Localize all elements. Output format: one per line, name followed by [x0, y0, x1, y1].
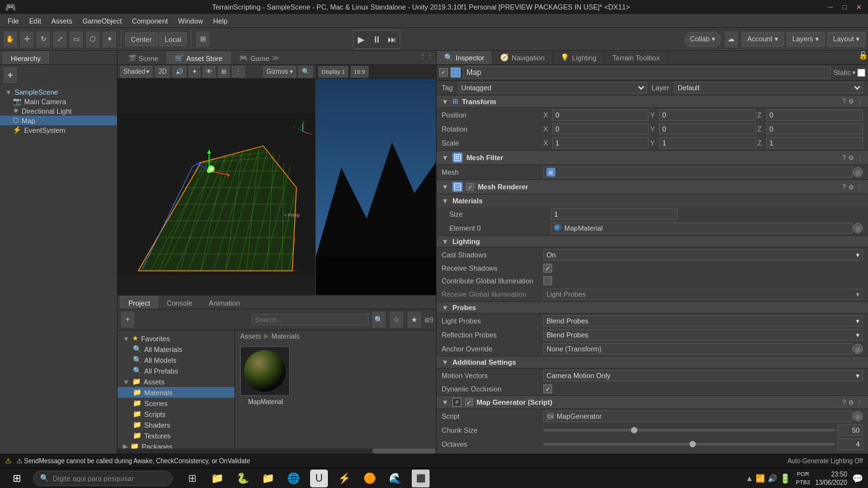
taskbar-icon-browser[interactable]: 🌊 — [386, 470, 404, 487]
size-input[interactable] — [551, 208, 678, 220]
more-scene-btn[interactable]: ⋮ — [232, 66, 245, 78]
asset-item-mapmaterial[interactable]: MapMaterial — [240, 346, 291, 405]
scene-view-btn[interactable]: 👁 — [203, 66, 215, 78]
slider-thumb[interactable] — [631, 427, 637, 433]
settings-icon[interactable]: ⚙ — [848, 98, 854, 105]
scripts-folder[interactable]: 📁 Scripts — [118, 409, 234, 419]
task-view-btn[interactable]: ⊞ — [183, 470, 201, 487]
octaves-track[interactable] — [543, 443, 835, 445]
octaves-thumb[interactable] — [689, 441, 696, 447]
all-prefabs-item[interactable]: 🔍 All Prefabs — [118, 365, 234, 376]
motion-vectors-dropdown[interactable]: Camera Motion Only ▾ — [543, 370, 863, 381]
help-btn[interactable]: ? — [842, 184, 846, 191]
chunk-size-input[interactable] — [837, 424, 863, 436]
tab-navigation[interactable]: 🧭 Navigation — [492, 51, 553, 64]
tray-arrow[interactable]: ▲ — [746, 474, 754, 483]
rot-x-input[interactable] — [552, 123, 649, 135]
material-select-btn[interactable]: ◎ — [853, 223, 863, 233]
transform-section-header[interactable]: ▼ ⊞ Transform ? ⚙ ⋮ — [437, 95, 868, 108]
materials-crumb[interactable]: Materials — [271, 332, 300, 340]
account-btn[interactable]: Account ▾ — [742, 32, 784, 47]
help-btn[interactable]: ? — [842, 98, 846, 105]
menu-component[interactable]: Component — [126, 14, 173, 28]
static-toggle[interactable]: Static ▾ — [833, 69, 865, 77]
scene-viewport[interactable]: Shaded ▾ 2D 🔊 ✦ 👁 ⊞ ⋮ Gizmos ▾ 🔍 — [118, 65, 315, 295]
display-btn[interactable]: Display 1 — [318, 66, 348, 78]
menu-gameobject[interactable]: GameObject — [78, 14, 127, 28]
static-checkbox[interactable] — [857, 69, 865, 77]
settings-btn[interactable]: ⚙ — [848, 154, 854, 161]
hierarchy-item-maincamera[interactable]: 📷 Main Camera — [0, 97, 117, 106]
maximize-btn[interactable]: □ — [840, 3, 849, 11]
step-btn[interactable]: ⏭ — [384, 30, 400, 48]
rect-tool[interactable]: ▭ — [69, 30, 84, 48]
tray-network[interactable]: 📶 — [756, 474, 765, 483]
start-button[interactable]: ⊞ — [5, 470, 28, 487]
tab-animation[interactable]: Animation — [201, 296, 248, 309]
hierarchy-add-btn[interactable]: + — [3, 66, 18, 84]
more-btn[interactable]: ⋮ — [857, 154, 863, 161]
materials-folder[interactable]: 📁 Materials — [118, 387, 234, 398]
scenes-folder[interactable]: 📁 Scenes — [118, 398, 234, 409]
local-toggle[interactable]: Local — [159, 32, 187, 46]
cast-shadows-dropdown[interactable]: On ▾ — [543, 249, 863, 261]
menu-file[interactable]: File — [3, 14, 24, 28]
tab-lighting[interactable]: 💡 Lighting — [553, 51, 605, 64]
layer-select[interactable]: Default — [674, 82, 863, 93]
octaves-input[interactable] — [837, 438, 863, 450]
notifications-btn[interactable]: 💬 — [852, 473, 863, 484]
taskbar-icon-python[interactable]: 🐍 — [234, 470, 252, 487]
mesh-renderer-enabled[interactable] — [466, 183, 474, 191]
collab-btn[interactable]: Collab ▾ — [684, 32, 721, 47]
lighting-section-header[interactable]: ▼ Lighting — [437, 235, 868, 248]
hierarchy-item-map[interactable]: ⬡ Map — [0, 116, 117, 125]
audio-btn[interactable]: 🔊 — [172, 66, 186, 78]
help-btn[interactable]: ? — [842, 154, 846, 161]
search-btn[interactable]: 🔍 — [371, 311, 386, 329]
script-select-btn[interactable]: ◎ — [853, 411, 863, 421]
scale-tool[interactable]: ⤢ — [52, 30, 67, 48]
anchor-select-btn[interactable]: ◎ — [853, 344, 863, 354]
fx-btn[interactable]: ✦ — [189, 66, 200, 78]
additional-settings-header[interactable]: ▼ Additional Settings — [437, 356, 868, 369]
pause-btn[interactable]: ⏸ — [369, 30, 384, 48]
menu-assets[interactable]: Assets — [46, 14, 78, 28]
material-ref-field[interactable]: MapMaterial — [551, 222, 853, 234]
object-active-checkbox[interactable] — [439, 68, 448, 77]
map-gen-enabled[interactable] — [465, 398, 473, 406]
slider-track[interactable] — [543, 429, 835, 431]
hierarchy-item-samplescene[interactable]: ▼ SampleScene — [0, 88, 117, 97]
mesh-ref-field[interactable]: ▦ — [543, 166, 853, 178]
more-btn[interactable]: ⋮ — [857, 399, 863, 406]
assets-crumb[interactable]: Assets — [240, 332, 261, 340]
2d-btn[interactable]: 2D — [155, 66, 170, 78]
all-materials-item[interactable]: 🔍 All Materials — [118, 344, 234, 355]
tab-terrain-toolbox[interactable]: Terrain Toolbox — [605, 51, 668, 64]
taskbar-icon-explorer[interactable]: 📁 — [208, 470, 226, 487]
close-btn[interactable]: ✕ — [854, 3, 863, 11]
scale-z-input[interactable] — [766, 137, 863, 149]
all-models-item[interactable]: 🔍 All Models — [118, 355, 234, 365]
play-btn[interactable]: ▶ — [354, 30, 369, 48]
menu-help[interactable]: Help — [208, 14, 233, 28]
grid-btn[interactable]: ⊞ — [218, 66, 229, 78]
tray-volume[interactable]: 🔊 — [768, 474, 777, 483]
script-ref-field[interactable]: C# MapGenerator — [543, 410, 853, 422]
tab-game[interactable]: 🎮 Game ≫ — [231, 51, 288, 64]
contribute-gi-checkbox[interactable] — [543, 276, 552, 285]
tab-console[interactable]: Console — [158, 296, 200, 309]
tab-asset-store[interactable]: 🛒 Asset Store — [166, 51, 231, 64]
gizmos-btn[interactable]: Gizmos ▾ — [263, 66, 296, 78]
assets-section[interactable]: ▼ 📁 Assets — [118, 376, 234, 387]
snap-btn[interactable]: ⊞ — [195, 30, 210, 48]
tray-battery[interactable]: 🔋 — [780, 473, 790, 484]
aspect-btn[interactable]: 16:9 — [351, 66, 369, 78]
window-controls[interactable]: ─ □ ✕ — [826, 3, 863, 11]
search-scene-btn[interactable]: 🔍 — [299, 66, 313, 78]
receive-gi-dropdown[interactable]: Light Probes ▾ — [543, 288, 863, 300]
more-btn[interactable]: ⋮ — [857, 98, 863, 105]
packages-folder[interactable]: ▶ 📁 Packages — [118, 441, 234, 449]
tab-inspector[interactable]: 🔍 Inspector — [437, 51, 492, 64]
filter-btn[interactable]: ☆ — [389, 311, 404, 329]
tab-project[interactable]: Project — [120, 296, 158, 309]
